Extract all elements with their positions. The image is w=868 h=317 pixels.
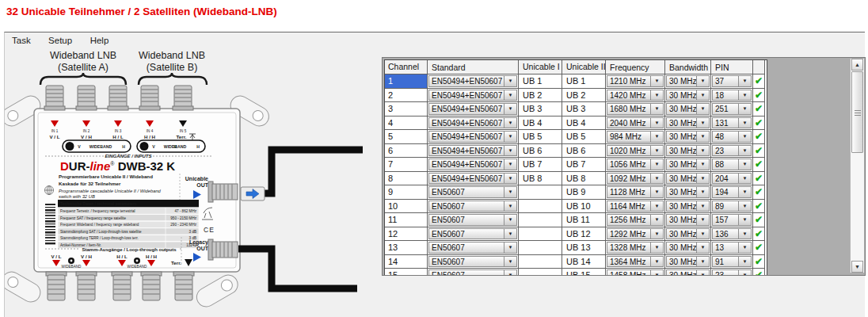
dropdown-arrow-icon[interactable]: ▼ bbox=[738, 90, 752, 101]
unicable2-cell[interactable]: UB 11 bbox=[562, 213, 606, 227]
dropdown-arrow-icon[interactable]: ▼ bbox=[696, 90, 710, 101]
unicable1-cell[interactable]: UB 4 bbox=[519, 116, 562, 131]
bandwidth-dropdown[interactable]: 30 MHz ▼ bbox=[666, 214, 710, 226]
dropdown-arrow-icon[interactable]: ▼ bbox=[504, 103, 517, 115]
dropdown-arrow-icon[interactable]: ▼ bbox=[696, 256, 710, 268]
channel-cell[interactable]: 14 bbox=[385, 255, 428, 269]
dropdown-arrow-icon[interactable]: ▼ bbox=[504, 186, 517, 198]
unicable1-cell[interactable] bbox=[519, 213, 562, 227]
dropdown-arrow-icon[interactable]: ▼ bbox=[738, 103, 752, 115]
standard-dropdown[interactable]: EN50607 ▼ bbox=[428, 214, 517, 226]
pin-dropdown[interactable]: 13 ▼ bbox=[712, 242, 752, 254]
dropdown-arrow-icon[interactable]: ▼ bbox=[696, 131, 710, 143]
bandwidth-dropdown[interactable]: 30 MHz ▼ bbox=[666, 242, 710, 254]
unicable2-cell[interactable]: UB 8 bbox=[562, 172, 606, 186]
scrollbar-thumb[interactable] bbox=[851, 71, 863, 153]
channel-cell[interactable]: 12 bbox=[385, 227, 428, 242]
channel-cell[interactable]: 10 bbox=[385, 200, 428, 214]
pin-dropdown[interactable]: 251 ▼ bbox=[712, 103, 752, 115]
frequency-dropdown[interactable]: 1680 MHz ▼ bbox=[607, 103, 664, 115]
dropdown-arrow-icon[interactable]: ▼ bbox=[504, 75, 517, 87]
dropdown-arrow-icon[interactable]: ▼ bbox=[504, 145, 517, 157]
dropdown-arrow-icon[interactable]: ▼ bbox=[650, 228, 664, 240]
dropdown-arrow-icon[interactable]: ▼ bbox=[738, 117, 752, 129]
dropdown-arrow-icon[interactable]: ▼ bbox=[696, 103, 710, 115]
frequency-dropdown[interactable]: 1020 MHz ▼ bbox=[607, 145, 664, 157]
dropdown-arrow-icon[interactable]: ▼ bbox=[738, 158, 752, 170]
channel-cell[interactable]: 3 bbox=[385, 102, 428, 116]
unicable1-cell[interactable]: UB 7 bbox=[519, 158, 562, 172]
dropdown-arrow-icon[interactable]: ▼ bbox=[650, 186, 664, 198]
standard-dropdown[interactable]: EN50494+EN50607 ▼ bbox=[428, 158, 517, 170]
dropdown-arrow-icon[interactable]: ▼ bbox=[696, 214, 710, 226]
frequency-dropdown[interactable]: 1210 MHz ▼ bbox=[607, 75, 664, 87]
unicable2-cell[interactable]: UB 7 bbox=[562, 158, 606, 172]
frequency-dropdown[interactable]: 1092 MHz ▼ bbox=[607, 173, 664, 185]
dropdown-arrow-icon[interactable]: ▼ bbox=[650, 158, 664, 170]
pin-dropdown[interactable]: 23 ▼ bbox=[712, 269, 752, 276]
bandwidth-dropdown[interactable]: 30 MHz ▼ bbox=[666, 117, 710, 129]
pin-dropdown[interactable]: 194 ▼ bbox=[712, 186, 752, 198]
pin-dropdown[interactable]: 91 ▼ bbox=[712, 256, 752, 268]
dropdown-arrow-icon[interactable]: ▼ bbox=[696, 228, 710, 240]
pin-dropdown[interactable]: 131 ▼ bbox=[712, 117, 752, 129]
dropdown-arrow-icon[interactable]: ▼ bbox=[738, 242, 752, 254]
pin-dropdown[interactable]: 89 ▼ bbox=[712, 201, 752, 212]
dropdown-arrow-icon[interactable]: ▼ bbox=[650, 117, 664, 129]
unicable1-cell[interactable] bbox=[519, 200, 562, 214]
dropdown-arrow-icon[interactable]: ▼ bbox=[738, 269, 752, 276]
unicable2-cell[interactable]: UB 14 bbox=[562, 255, 606, 269]
unicable2-cell[interactable]: UB 15 bbox=[562, 269, 606, 276]
dropdown-arrow-icon[interactable]: ▼ bbox=[504, 131, 517, 143]
dropdown-arrow-icon[interactable]: ▼ bbox=[696, 75, 710, 87]
standard-dropdown[interactable]: EN50607 ▼ bbox=[428, 201, 517, 212]
scroll-up-button[interactable]: ▲ bbox=[851, 59, 863, 71]
frequency-dropdown[interactable]: 1128 MHz ▼ bbox=[607, 186, 664, 198]
channel-cell[interactable]: 4 bbox=[385, 116, 428, 131]
unicable1-cell[interactable]: UB 5 bbox=[519, 130, 562, 144]
unicable2-cell[interactable]: UB 9 bbox=[562, 185, 606, 200]
channel-cell[interactable]: 11 bbox=[385, 213, 428, 227]
unicable2-cell[interactable]: UB 2 bbox=[562, 89, 606, 103]
unicable1-cell[interactable] bbox=[519, 269, 562, 276]
unicable1-cell[interactable]: UB 2 bbox=[519, 89, 562, 103]
dropdown-arrow-icon[interactable]: ▼ bbox=[504, 117, 517, 129]
unicable1-cell[interactable] bbox=[519, 255, 562, 269]
dropdown-arrow-icon[interactable]: ▼ bbox=[738, 256, 752, 268]
bandwidth-dropdown[interactable]: 30 MHz ▼ bbox=[666, 158, 710, 170]
bandwidth-dropdown[interactable]: 30 MHz ▼ bbox=[666, 256, 710, 268]
unicable2-cell[interactable]: UB 1 bbox=[562, 74, 606, 89]
channel-cell[interactable]: 1 bbox=[385, 74, 428, 89]
unicable1-cell[interactable] bbox=[519, 185, 562, 200]
dropdown-arrow-icon[interactable]: ▼ bbox=[738, 75, 752, 87]
bandwidth-dropdown[interactable]: 30 MHz ▼ bbox=[666, 173, 710, 185]
dropdown-arrow-icon[interactable]: ▼ bbox=[504, 201, 517, 212]
dropdown-arrow-icon[interactable]: ▼ bbox=[696, 242, 710, 254]
pin-dropdown[interactable]: 157 ▼ bbox=[712, 214, 752, 226]
dropdown-arrow-icon[interactable]: ▼ bbox=[650, 103, 664, 115]
frequency-dropdown[interactable]: 1164 MHz ▼ bbox=[607, 201, 664, 212]
standard-dropdown[interactable]: EN50607 ▼ bbox=[428, 269, 517, 276]
unicable1-cell[interactable]: UB 3 bbox=[519, 102, 562, 116]
channel-cell[interactable]: 7 bbox=[385, 158, 428, 172]
unicable1-cell[interactable]: UB 1 bbox=[519, 74, 562, 89]
dropdown-arrow-icon[interactable]: ▼ bbox=[738, 173, 752, 185]
vertical-scrollbar[interactable]: ▲ ▼ bbox=[850, 59, 864, 273]
unicable1-cell[interactable] bbox=[519, 241, 562, 255]
dropdown-arrow-icon[interactable]: ▼ bbox=[504, 90, 517, 101]
frequency-dropdown[interactable]: 1056 MHz ▼ bbox=[607, 158, 664, 170]
dropdown-arrow-icon[interactable]: ▼ bbox=[738, 186, 752, 198]
bandwidth-dropdown[interactable]: 30 MHz ▼ bbox=[666, 145, 710, 157]
bandwidth-dropdown[interactable]: 30 MHz ▼ bbox=[666, 131, 710, 143]
channel-cell[interactable]: 13 bbox=[385, 241, 428, 255]
unicable2-cell[interactable]: UB 10 bbox=[562, 200, 606, 214]
dropdown-arrow-icon[interactable]: ▼ bbox=[650, 242, 664, 254]
unicable-out-connect-button[interactable] bbox=[241, 187, 265, 201]
dropdown-arrow-icon[interactable]: ▼ bbox=[696, 145, 710, 157]
scroll-down-button[interactable]: ▼ bbox=[851, 261, 863, 273]
frequency-dropdown[interactable]: 1328 MHz ▼ bbox=[607, 242, 664, 254]
bandwidth-dropdown[interactable]: 30 MHz ▼ bbox=[666, 186, 710, 198]
dropdown-arrow-icon[interactable]: ▼ bbox=[738, 201, 752, 212]
frequency-dropdown[interactable]: 1292 MHz ▼ bbox=[607, 228, 664, 240]
pin-dropdown[interactable]: 204 ▼ bbox=[712, 173, 752, 185]
